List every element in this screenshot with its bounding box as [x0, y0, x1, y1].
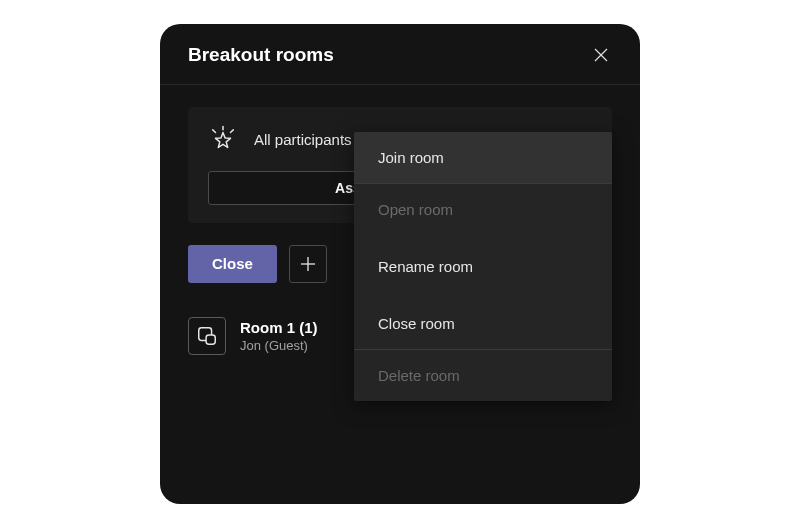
plus-icon: [299, 255, 317, 273]
menu-join-room[interactable]: Join room: [354, 132, 612, 183]
svg-line-3: [213, 129, 216, 132]
room-participants: Jon (Guest): [240, 338, 318, 353]
svg-marker-2: [216, 132, 231, 147]
sparkle-star-icon: [208, 125, 238, 155]
add-room-button[interactable]: [289, 245, 327, 283]
svg-rect-9: [206, 335, 215, 344]
close-icon: [593, 47, 609, 63]
panel-title: Breakout rooms: [188, 44, 334, 66]
room-context-menu: Join room Open room Rename room Close ro…: [354, 132, 612, 401]
menu-delete-room[interactable]: Delete room: [354, 350, 612, 401]
panel-header: Breakout rooms: [160, 24, 640, 85]
room-name: Room 1 (1): [240, 319, 318, 336]
svg-line-4: [231, 129, 234, 132]
menu-open-room: Open room: [354, 184, 612, 235]
room-icon-box: [188, 317, 226, 355]
breakout-room-icon: [196, 325, 218, 347]
menu-rename-room[interactable]: Rename room: [354, 241, 612, 292]
close-panel-button[interactable]: [590, 44, 612, 66]
room-info: Room 1 (1) Jon (Guest): [240, 319, 318, 353]
menu-close-room[interactable]: Close room: [354, 298, 612, 349]
breakout-rooms-panel: Breakout rooms All participants are assi…: [160, 24, 640, 504]
close-rooms-button[interactable]: Close: [188, 245, 277, 283]
